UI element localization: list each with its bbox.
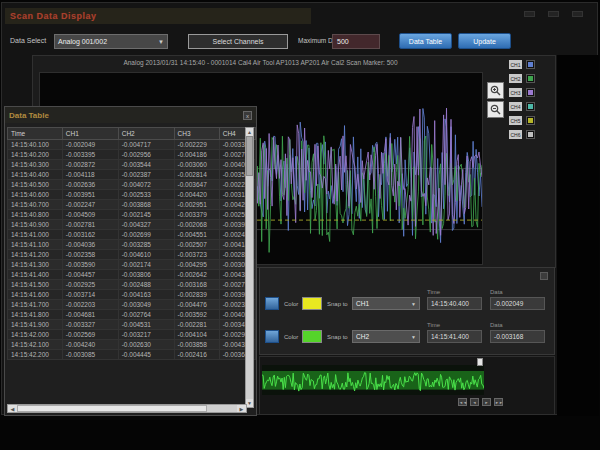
cursor-2-button[interactable] [265, 330, 279, 343]
table-cell: -0.004420 [174, 190, 219, 200]
navigator-waveform[interactable] [262, 365, 484, 395]
zoom-out-button[interactable] [487, 101, 504, 118]
chevron-down-icon: ▼ [411, 334, 416, 340]
table-row[interactable]: 14:15:42.000-0.002569-0.003217-0.004104-… [8, 330, 256, 340]
table-row[interactable]: 14:15:40.900-0.002781-0.004327-0.002068-… [8, 220, 256, 230]
cursor-1-color-swatch[interactable] [302, 297, 322, 310]
navigator-slider-handle[interactable] [477, 358, 483, 366]
table-cell: 14:15:42.200 [8, 350, 63, 360]
table-cell: -0.002145 [118, 210, 174, 220]
cursor-2-data-field[interactable]: -0.003168 [490, 330, 545, 343]
legend-item-ch1[interactable]: CH1 [509, 58, 535, 71]
legend-checkbox[interactable] [526, 60, 535, 69]
table-row[interactable]: 14:15:41.600-0.003714-0.004163-0.002839-… [8, 290, 256, 300]
table-cell: -0.004681 [62, 310, 118, 320]
cursor-1-snap-dropdown[interactable]: CH1 ▼ [352, 297, 420, 310]
table-cell: 14:15:40.500 [8, 180, 63, 190]
data-table-close-icon[interactable]: x [243, 111, 252, 120]
title-bar[interactable]: Scan Data Display [5, 8, 311, 24]
table-row[interactable]: 14:15:40.500-0.002636-0.004072-0.003647-… [8, 180, 256, 190]
legend-item-ch3[interactable]: CH3 [509, 86, 535, 99]
table-row[interactable]: 14:15:41.000-0.003162-0.002699-0.004551-… [8, 230, 256, 240]
table-row[interactable]: 14:15:41.200-0.002358-0.004610-0.003723-… [8, 250, 256, 260]
table-cell: -0.002416 [174, 350, 219, 360]
zoom-in-button[interactable] [487, 82, 504, 99]
legend-checkbox[interactable] [526, 130, 535, 139]
legend-item-ch6[interactable]: CH6 [509, 128, 535, 141]
nav-first-button[interactable]: ◄◄ [458, 398, 467, 406]
table-row[interactable]: 14:15:41.500-0.002925-0.002488-0.003168-… [8, 280, 256, 290]
max-points-input[interactable]: 500 [332, 34, 380, 49]
table-row[interactable]: 14:15:40.100-0.002049-0.004717-0.002229-… [8, 140, 256, 150]
scroll-up-icon[interactable]: ▲ [246, 128, 253, 136]
table-horizontal-scrollbar[interactable]: ◀ ▶ [7, 404, 247, 413]
table-row[interactable]: 14:15:40.700-0.002247-0.003868-0.002951-… [8, 200, 256, 210]
data-table-button-label: Data Table [409, 38, 442, 45]
table-cell: -0.003951 [62, 190, 118, 200]
cursor-2-time-field[interactable]: 14:15:41.400 [427, 330, 482, 343]
legend-color-mark [528, 90, 533, 95]
table-cell: -0.002387 [118, 170, 174, 180]
vscroll-thumb[interactable] [246, 136, 253, 176]
table-column-header[interactable]: CH3 [174, 128, 219, 140]
legend-color-mark [528, 118, 533, 123]
cursor-1-data-field[interactable]: -0.002049 [490, 297, 545, 310]
app-window: Scan Data Display Data Select Analog 001… [1, 2, 598, 415]
nav-next-button[interactable]: ► [482, 398, 491, 406]
table-column-header[interactable]: Time [8, 128, 63, 140]
legend-item-ch4[interactable]: CH4 [509, 100, 535, 113]
legend-color-mark [528, 104, 533, 109]
scroll-right-icon[interactable]: ▶ [237, 405, 246, 412]
table-cell: -0.003379 [174, 210, 219, 220]
app-title: Scan Data Display [10, 11, 97, 21]
scroll-down-icon[interactable]: ▼ [246, 399, 253, 407]
legend-item-ch2[interactable]: CH2 [509, 72, 535, 85]
table-vertical-scrollbar[interactable]: ▲ ▼ [245, 127, 254, 408]
close-button[interactable] [572, 11, 583, 17]
cursor-panel-close-icon[interactable] [540, 272, 548, 280]
data-select-dropdown[interactable]: Analog 001/002 ▼ [54, 34, 168, 49]
cursor-1-time-field[interactable]: 14:15:40.400 [427, 297, 482, 310]
nav-prev-button[interactable]: ◄ [470, 398, 479, 406]
table-row[interactable]: 14:15:40.300-0.002872-0.003544-0.003060-… [8, 160, 256, 170]
table-cell: 14:15:41.700 [8, 300, 63, 310]
legend-checkbox[interactable] [526, 116, 535, 125]
nav-last-button[interactable]: ►► [494, 398, 503, 406]
scan-data-display-app: Scan Data Display Data Select Analog 001… [0, 0, 600, 450]
table-row[interactable]: 14:15:41.900-0.003327-0.004531-0.002281-… [8, 320, 256, 330]
minimize-button[interactable] [524, 11, 535, 17]
cursor-2-snap-dropdown[interactable]: CH2 ▼ [352, 330, 420, 343]
table-column-header[interactable]: CH1 [62, 128, 118, 140]
table-row[interactable]: 14:15:41.300-0.003590-0.002174-0.004295-… [8, 260, 256, 270]
table-cell: -0.002488 [118, 280, 174, 290]
legend-checkbox[interactable] [526, 74, 535, 83]
table-cell: 14:15:41.300 [8, 260, 63, 270]
data-table-button[interactable]: Data Table [399, 33, 452, 49]
table-cell: -0.002569 [62, 330, 118, 340]
cursor-1-button[interactable] [265, 297, 279, 310]
table-row[interactable]: 14:15:40.600-0.003951-0.002533-0.004420-… [8, 190, 256, 200]
table-row[interactable]: 14:15:42.100-0.004240-0.002630-0.003858-… [8, 340, 256, 350]
table-row[interactable]: 14:15:41.800-0.004681-0.002764-0.003592-… [8, 310, 256, 320]
legend-checkbox[interactable] [526, 102, 535, 111]
legend-item-ch5[interactable]: CH5 [509, 114, 535, 127]
legend-color-mark [528, 62, 533, 67]
update-button[interactable]: Update [458, 33, 511, 49]
hscroll-thumb[interactable] [17, 405, 207, 412]
table-row[interactable]: 14:15:40.800-0.004509-0.002145-0.003379-… [8, 210, 256, 220]
cursor-2-color-swatch[interactable] [302, 330, 322, 343]
table-cell: -0.003858 [174, 340, 219, 350]
legend-checkbox[interactable] [526, 88, 535, 97]
table-row[interactable]: 14:15:40.200-0.003395-0.002956-0.004186-… [8, 150, 256, 160]
table-row[interactable]: 14:15:42.200-0.003085-0.004445-0.002416-… [8, 350, 256, 360]
table-row[interactable]: 14:15:41.400-0.004457-0.003806-0.002642-… [8, 270, 256, 280]
table-row[interactable]: 14:15:41.100-0.004036-0.003285-0.002507-… [8, 240, 256, 250]
select-channels-button[interactable]: Select Channels [188, 34, 288, 49]
table-column-header[interactable]: CH2 [118, 128, 174, 140]
scroll-left-icon[interactable]: ◀ [8, 405, 17, 412]
table-cell: -0.004509 [62, 210, 118, 220]
data-table-titlebar[interactable]: Data Table x [5, 107, 256, 123]
table-row[interactable]: 14:15:41.700-0.002203-0.003049-0.004476-… [8, 300, 256, 310]
maximize-button[interactable] [548, 11, 559, 17]
table-row[interactable]: 14:15:40.400-0.004118-0.002387-0.002814-… [8, 170, 256, 180]
